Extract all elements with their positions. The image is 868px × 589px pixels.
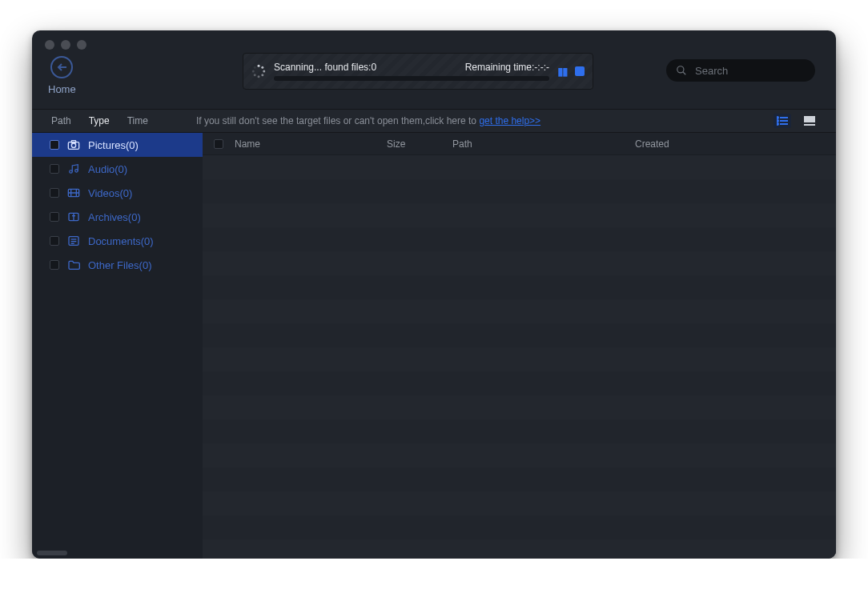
svg-point-15 <box>777 120 778 122</box>
column-size[interactable]: Size <box>387 138 452 150</box>
table-row <box>203 299 836 323</box>
list-view-icon <box>777 116 788 126</box>
category-videos[interactable]: Videos(0) <box>32 181 203 205</box>
category-checkbox[interactable] <box>50 188 59 198</box>
table-row <box>203 539 836 559</box>
category-label: Videos(0) <box>88 187 132 199</box>
filter-strip: Path Type Time If you still don't see th… <box>32 109 836 133</box>
category-checkbox[interactable] <box>50 260 59 270</box>
category-label: Pictures(0) <box>88 139 139 151</box>
video-icon <box>67 187 80 198</box>
table-row <box>203 443 836 467</box>
back-home-icon <box>50 56 73 78</box>
scan-progress-bar <box>274 76 549 81</box>
tab-time[interactable]: Time <box>126 110 150 131</box>
scan-status-text: Scanning... found files:0 <box>274 62 376 73</box>
category-audio[interactable]: Audio(0) <box>32 157 203 181</box>
svg-point-5 <box>258 75 260 78</box>
stop-scan-button[interactable] <box>575 66 585 76</box>
category-label: Audio(0) <box>88 163 127 175</box>
category-checkbox[interactable] <box>50 164 59 174</box>
table-body <box>203 155 836 559</box>
help-hint: If you still don't see the target files … <box>196 115 540 126</box>
category-pictures[interactable]: Pictures(0) <box>32 133 203 157</box>
spinner-icon <box>251 64 266 78</box>
svg-point-14 <box>777 117 778 118</box>
table-row <box>203 323 836 347</box>
column-name[interactable]: Name <box>235 138 387 150</box>
archive-icon <box>67 211 80 222</box>
svg-point-3 <box>263 70 265 73</box>
search-input[interactable] <box>693 64 831 78</box>
home-button[interactable]: Home <box>48 56 76 95</box>
category-label: Archives(0) <box>88 211 141 223</box>
scan-remaining-text: Remaining time:-:-:- <box>465 62 549 73</box>
table-header: Name Size Path Created <box>203 133 836 155</box>
search-field[interactable] <box>666 59 815 82</box>
svg-point-22 <box>70 170 73 174</box>
category-label: Documents(0) <box>88 235 154 247</box>
get-help-link[interactable]: get the help>> <box>479 115 540 126</box>
tab-path[interactable]: Path <box>50 110 73 131</box>
table-row <box>203 515 836 539</box>
results-pane: Name Size Path Created <box>203 133 836 559</box>
grid-view-button[interactable] <box>801 114 818 128</box>
music-icon <box>67 163 80 174</box>
document-icon <box>67 235 80 246</box>
table-row <box>203 467 836 491</box>
svg-point-8 <box>254 66 256 69</box>
table-row <box>203 251 836 275</box>
category-checkbox[interactable] <box>50 212 59 222</box>
svg-point-23 <box>75 170 78 173</box>
svg-point-4 <box>261 74 263 76</box>
svg-rect-18 <box>804 124 815 126</box>
svg-point-9 <box>677 66 684 73</box>
folder-icon <box>67 259 80 270</box>
svg-rect-17 <box>804 116 815 122</box>
category-sidebar: Pictures(0)Audio(0)Videos(0)Archives(0)D… <box>32 133 203 559</box>
svg-point-1 <box>258 65 260 67</box>
svg-point-7 <box>252 70 255 73</box>
svg-point-6 <box>254 74 256 76</box>
column-created[interactable]: Created <box>635 138 836 150</box>
category-checkbox[interactable] <box>50 236 59 246</box>
list-view-button[interactable] <box>774 114 791 128</box>
table-row <box>203 203 836 227</box>
table-row <box>203 347 836 371</box>
table-row <box>203 371 836 395</box>
svg-line-10 <box>683 72 686 75</box>
category-label: Other Files(0) <box>88 259 151 271</box>
camera-icon <box>67 139 80 150</box>
table-row <box>203 179 836 203</box>
select-all-checkbox[interactable] <box>214 139 223 149</box>
app-window: Home <box>32 30 836 559</box>
column-path[interactable]: Path <box>452 138 635 150</box>
svg-point-16 <box>777 123 778 125</box>
category-checkbox[interactable] <box>50 140 59 150</box>
table-row <box>203 419 836 443</box>
table-row <box>203 155 836 179</box>
tab-type[interactable]: Type <box>87 110 111 131</box>
category-other[interactable]: Other Files(0) <box>32 253 203 277</box>
svg-point-20 <box>71 143 75 147</box>
table-row <box>203 227 836 251</box>
search-icon <box>676 65 687 76</box>
sidebar-scrollbar[interactable] <box>37 551 67 555</box>
svg-point-2 <box>261 66 263 69</box>
header: Home <box>32 30 836 102</box>
pause-scan-button[interactable]: ▮▮ <box>557 65 567 78</box>
help-hint-text: If you still don't see the target files … <box>196 115 479 126</box>
category-archives[interactable]: Archives(0) <box>32 205 203 229</box>
scan-status-bar: Scanning... found files:0 Remaining time… <box>243 53 593 90</box>
grid-view-icon <box>804 116 815 126</box>
category-documents[interactable]: Documents(0) <box>32 229 203 253</box>
table-row <box>203 395 836 419</box>
home-label: Home <box>48 83 76 95</box>
table-row <box>203 491 836 515</box>
table-row <box>203 275 836 299</box>
